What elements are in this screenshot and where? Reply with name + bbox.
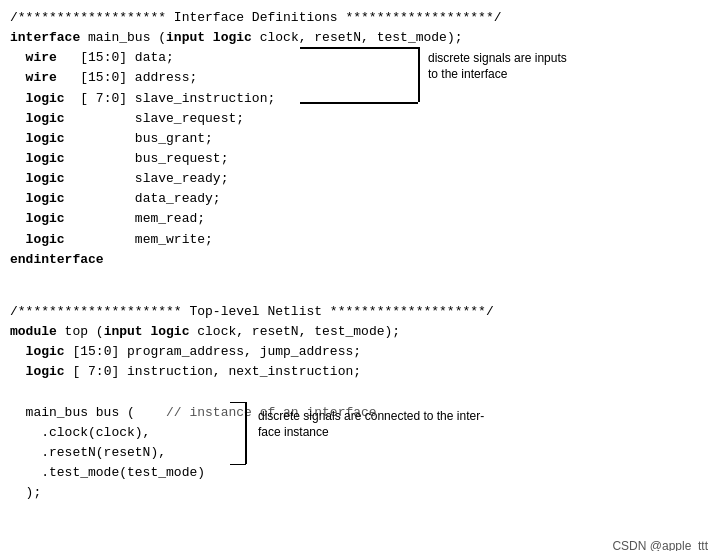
line-logic-instruction: logic [ 7:0] instruction, next_instructi… [10,364,361,379]
annotation-discrete-inputs: discrete signals are inputsto the interf… [428,50,567,82]
code-block-netlist: /********************* Top-level Netlist… [10,302,718,503]
comment-line-2: /********************* Top-level Netlist… [10,304,494,319]
bracket-top [300,47,418,49]
line-logic-mem-read: logic mem_read; [10,211,205,226]
line-wire-data: wire [15:0] data; [10,50,174,65]
line-resetn: .resetN(resetN), [10,445,166,460]
line-close: ); [10,485,41,500]
line-clock: .clock(clock), [10,425,150,440]
bracket-right-vert [418,47,420,102]
line-endinterface: endinterface [10,252,104,267]
annotation-discrete-connected: discrete signals are connected to the in… [258,408,484,440]
line-empty [10,384,18,399]
line-logic-bus-request: logic bus_request; [10,151,228,166]
line-logic-program: logic [15:0] program_address, jump_addre… [10,344,361,359]
section-interface: /******************* Interface Definitio… [10,8,718,270]
page-wrapper: /******************* Interface Definitio… [10,8,718,551]
line-logic-data-ready: logic data_ready; [10,191,221,206]
bracket-bottom [300,102,418,104]
bracket2-top [230,402,246,404]
line-logic-bus-grant: logic bus_grant; [10,131,213,146]
line-wire-address: wire [15:0] address; [10,70,197,85]
line-interface-decl: interface main_bus (input logic clock, r… [10,30,463,45]
spacer-1 [10,288,718,302]
watermark: CSDN @apple_ttt [612,539,708,551]
line-logic-slave-instruction: logic [ 7:0] slave_instruction; [10,91,275,106]
line-logic-slave-ready: logic slave_ready; [10,171,228,186]
line-logic-slave-request: logic slave_request; [10,111,244,126]
bracket2-bottom [230,464,246,466]
bracket2-vert [245,402,247,464]
line-module-decl: module top (input logic clock, resetN, t… [10,324,400,339]
line-logic-mem-write: logic mem_write; [10,232,213,247]
line-testmode: .test_mode(test_mode) [10,465,205,480]
comment-line-1: /******************* Interface Definitio… [10,10,501,25]
section-netlist: /********************* Top-level Netlist… [10,302,718,503]
